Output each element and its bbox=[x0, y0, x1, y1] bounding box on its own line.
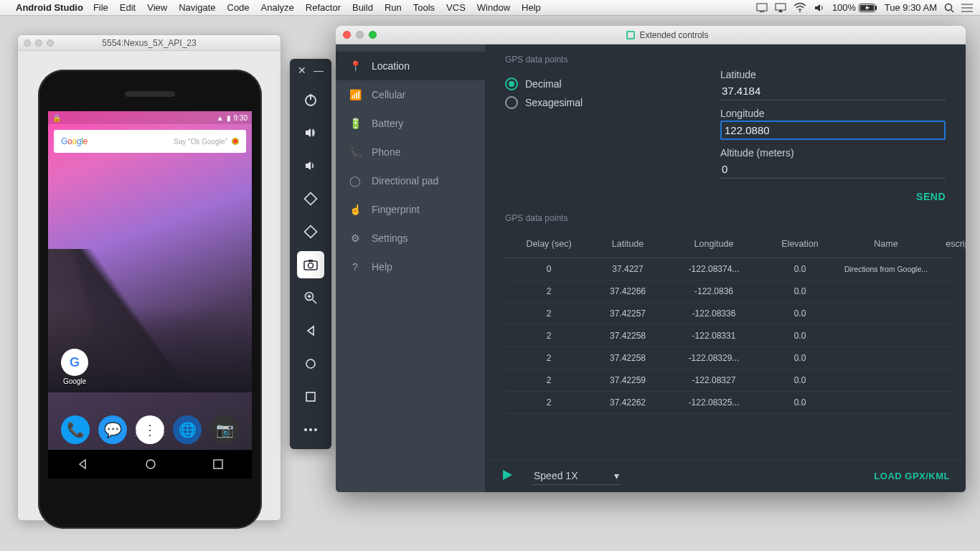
sidebar-item-phone[interactable]: 📞Phone bbox=[336, 138, 485, 166]
longitude-input[interactable] bbox=[720, 121, 946, 140]
airplay-icon[interactable] bbox=[775, 3, 786, 13]
google-search-bar[interactable]: Google Say "Ok Google" bbox=[54, 130, 246, 153]
table-body[interactable]: 037.4227-122.08374...0.0Directions from … bbox=[505, 258, 953, 459]
spotlight-icon[interactable] bbox=[944, 3, 954, 13]
mic-icon[interactable] bbox=[232, 138, 239, 145]
menu-analyze[interactable]: Analyze bbox=[261, 2, 294, 13]
power-icon[interactable] bbox=[297, 86, 324, 113]
col-description[interactable]: escription bbox=[933, 239, 966, 249]
menu-view[interactable]: View bbox=[147, 2, 167, 13]
table-row[interactable]: 237.42257-122.083360.0 bbox=[505, 303, 953, 325]
menu-vcs[interactable]: VCS bbox=[446, 2, 466, 13]
volume-down-icon[interactable] bbox=[297, 152, 324, 179]
zoom-icon[interactable] bbox=[297, 284, 324, 311]
col-name[interactable]: Name bbox=[839, 239, 933, 249]
ext-title: Extended controls bbox=[639, 30, 708, 40]
more-icon[interactable] bbox=[297, 416, 324, 443]
altitude-input[interactable] bbox=[720, 160, 946, 179]
battery-status[interactable]: 100% bbox=[832, 2, 877, 13]
sidebar-item-settings[interactable]: ⚙Settings bbox=[336, 224, 485, 253]
menu-run[interactable]: Run bbox=[385, 2, 402, 13]
rotate-right-icon[interactable] bbox=[297, 218, 324, 245]
close-icon[interactable] bbox=[343, 31, 351, 39]
menu-code[interactable]: Code bbox=[227, 2, 250, 13]
menu-file[interactable]: File bbox=[93, 2, 108, 13]
volume-up-icon[interactable] bbox=[297, 119, 324, 146]
phone-app-icon[interactable]: 📞 bbox=[61, 415, 90, 444]
sidebar-item-dpad[interactable]: ◯Directional pad bbox=[336, 166, 485, 195]
ext-sidebar: 📍Location 📶Cellular 🔋Battery 📞Phone ◯Dir… bbox=[336, 44, 485, 492]
latitude-input[interactable] bbox=[720, 82, 946, 100]
back-button[interactable] bbox=[77, 458, 88, 470]
menu-refactor[interactable]: Refactor bbox=[306, 2, 341, 13]
menu-build[interactable]: Build bbox=[352, 2, 373, 13]
toolbar-recents-icon[interactable] bbox=[297, 383, 324, 410]
sidebar-item-help[interactable]: ?Help bbox=[336, 253, 485, 281]
table-row[interactable]: 037.4227-122.08374...0.0Directions from … bbox=[505, 258, 953, 281]
table-row[interactable]: 237.42258-122.08329...0.0 bbox=[505, 347, 953, 369]
status-time: 9:30 bbox=[234, 114, 248, 122]
battery-side-icon: 🔋 bbox=[349, 118, 362, 129]
table-row[interactable]: 237.42266-122.08360.0 bbox=[505, 281, 953, 303]
menu-window[interactable]: Window bbox=[477, 2, 510, 13]
section-label-table: GPS data points bbox=[485, 203, 966, 227]
messages-app-icon[interactable]: 💬 bbox=[98, 415, 127, 444]
close-emulator-icon[interactable]: ✕ bbox=[298, 65, 306, 76]
wifi-icon[interactable] bbox=[793, 3, 806, 13]
radio-label: Sexagesimal bbox=[525, 97, 583, 108]
search-hint: Say "Ok Google" bbox=[174, 138, 227, 146]
menu-extras-icon[interactable] bbox=[961, 4, 973, 12]
app-drawer-icon[interactable]: ⋮⋮⋮ bbox=[136, 415, 164, 444]
radio-decimal[interactable]: Decimal bbox=[505, 77, 692, 90]
toolbar-back-icon[interactable] bbox=[297, 317, 324, 344]
volume-icon[interactable] bbox=[814, 3, 825, 13]
ext-titlebar[interactable]: Extended controls bbox=[336, 26, 966, 44]
home-button[interactable] bbox=[145, 458, 156, 470]
sidebar-item-battery[interactable]: 🔋Battery bbox=[336, 109, 485, 138]
sidebar-item-cellular[interactable]: 📶Cellular bbox=[336, 80, 485, 109]
col-longitude[interactable]: Longitude bbox=[667, 239, 760, 249]
svg-rect-5 bbox=[875, 6, 877, 10]
google-app-shortcut[interactable]: G Google bbox=[61, 349, 88, 385]
google-logo: Google bbox=[61, 136, 88, 146]
recents-button[interactable] bbox=[213, 459, 223, 469]
clock[interactable]: Tue 9:30 AM bbox=[885, 2, 937, 13]
menu-navigate[interactable]: Navigate bbox=[179, 2, 215, 13]
camera-app-icon[interactable]: 📷 bbox=[210, 415, 239, 444]
minimize-icon[interactable] bbox=[356, 31, 364, 39]
phone-screen[interactable]: 🔒 ▲ ▮ 9:30 Google Say "Ok Google" G Goog… bbox=[48, 111, 252, 479]
rotate-left-icon[interactable] bbox=[297, 185, 324, 212]
menu-tools[interactable]: Tools bbox=[413, 2, 435, 13]
emulator-titlebar[interactable]: 5554:Nexus_5X_API_23 bbox=[18, 35, 281, 51]
menu-help[interactable]: Help bbox=[522, 2, 541, 13]
tray-icon[interactable] bbox=[756, 3, 768, 13]
speed-select[interactable]: Speed 1X▾ bbox=[532, 467, 621, 485]
sidebar-item-fingerprint[interactable]: ☝Fingerprint bbox=[336, 195, 485, 224]
fingerprint-icon: ☝ bbox=[349, 204, 362, 215]
android-status-bar: 🔒 ▲ ▮ 9:30 bbox=[48, 111, 252, 124]
battery-icon: ▮ bbox=[227, 114, 231, 122]
col-delay[interactable]: Delay (sec) bbox=[509, 239, 588, 249]
svg-rect-16 bbox=[305, 193, 317, 205]
svg-point-19 bbox=[308, 263, 314, 268]
svg-point-3 bbox=[799, 11, 801, 12]
col-elevation[interactable]: Elevation bbox=[760, 239, 839, 249]
sidebar-item-location[interactable]: 📍Location bbox=[336, 52, 485, 80]
table-row[interactable]: 237.42259-122.083270.0 bbox=[505, 369, 953, 392]
play-button[interactable] bbox=[501, 468, 514, 484]
col-latitude[interactable]: Latitude bbox=[588, 239, 667, 249]
svg-point-25 bbox=[306, 359, 315, 368]
table-row[interactable]: 237.42262-122.08325...0.0 bbox=[505, 392, 953, 414]
app-name[interactable]: Android Studio bbox=[16, 2, 83, 13]
send-button[interactable]: SEND bbox=[916, 191, 946, 202]
minimize-emulator-icon[interactable]: — bbox=[314, 65, 324, 76]
menu-edit[interactable]: Edit bbox=[120, 2, 136, 13]
screenshot-icon[interactable] bbox=[297, 251, 324, 278]
browser-app-icon[interactable]: 🌐 bbox=[173, 415, 202, 444]
table-row[interactable]: 237.42258-122.083310.0 bbox=[505, 325, 953, 347]
zoom-window-icon[interactable] bbox=[369, 31, 377, 39]
radio-sexagesimal[interactable]: Sexagesimal bbox=[505, 96, 692, 109]
svg-rect-2 bbox=[776, 4, 786, 10]
toolbar-home-icon[interactable] bbox=[297, 350, 324, 377]
load-gpx-kml-button[interactable]: LOAD GPX/KML bbox=[874, 471, 950, 481]
